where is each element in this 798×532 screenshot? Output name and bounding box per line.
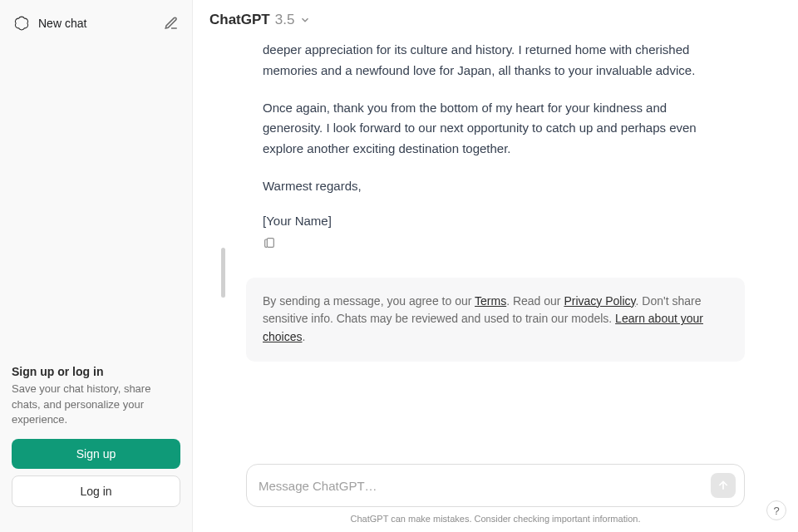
svg-rect-0	[267, 238, 273, 247]
input-box	[246, 464, 745, 507]
signup-button[interactable]: Sign up	[12, 439, 180, 469]
openai-logo-icon	[13, 15, 30, 32]
new-chat-button[interactable]: New chat	[13, 15, 86, 32]
assistant-message: deeper appreciation for its culture and …	[263, 40, 728, 263]
auth-title: Sign up or log in	[12, 365, 180, 378]
input-area	[193, 454, 798, 514]
disclaimer-text: .	[302, 330, 305, 343]
sidebar-spacer	[8, 38, 184, 360]
scroll-handle[interactable]	[221, 248, 225, 298]
app-name: ChatGPT	[209, 12, 270, 28]
sidebar: New chat Sign up or log in Save your cha…	[0, 0, 193, 532]
privacy-link[interactable]: Privacy Policy	[564, 294, 635, 308]
message-paragraph: deeper appreciation for its culture and …	[263, 40, 728, 81]
chat-scroll[interactable]: deeper appreciation for its culture and …	[193, 40, 798, 454]
copy-icon[interactable]	[263, 238, 276, 252]
compose-icon[interactable]	[164, 16, 179, 31]
auth-description: Save your chat history, share chats, and…	[12, 382, 180, 427]
send-button[interactable]	[711, 473, 736, 498]
app-version: 3.5	[275, 12, 295, 28]
sidebar-top: New chat	[8, 8, 184, 38]
help-button[interactable]: ?	[766, 500, 786, 520]
disclaimer-text: By sending a message, you agree to our	[263, 294, 475, 308]
auth-prompt: Sign up or log in Save your chat history…	[8, 360, 184, 524]
footer-note: ChatGPT can make mistakes. Consider chec…	[193, 514, 798, 532]
model-selector[interactable]: ChatGPT 3.5	[193, 0, 798, 40]
message-closing: Warmest regards,	[263, 176, 728, 197]
main: ChatGPT 3.5 deeper appreciation for its …	[193, 0, 798, 532]
terms-link[interactable]: Terms	[475, 294, 506, 308]
message-paragraph: Once again, thank you from the bottom of…	[263, 98, 728, 160]
new-chat-label: New chat	[38, 17, 86, 30]
chevron-down-icon	[299, 14, 311, 26]
message-input[interactable]	[259, 479, 711, 493]
disclaimer-box: By sending a message, you agree to our T…	[246, 278, 745, 362]
message-signature: [Your Name]	[263, 214, 728, 228]
login-button[interactable]: Log in	[12, 475, 180, 507]
disclaimer-text: . Read our	[506, 294, 564, 308]
